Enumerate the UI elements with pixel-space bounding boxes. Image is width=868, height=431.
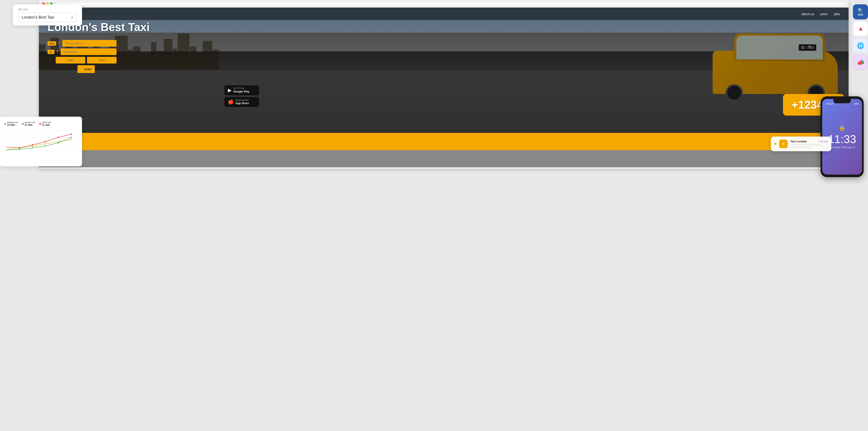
bottom-gray <box>39 150 848 167</box>
notif-app-letter: t <box>783 142 784 146</box>
date-button[interactable]: Date <box>56 57 85 63</box>
nav-link-price[interactable]: price <box>820 12 828 16</box>
notif-app-icon: t <box>779 140 788 148</box>
svg-point-11 <box>45 145 46 147</box>
search-ad-legend: search ad 31 905 <box>22 121 35 126</box>
page-wrapper: 🔍 SEM 🔺 🌐 📣 title (h1) London's Best Tax… <box>0 0 868 173</box>
nav-link-about[interactable]: about us <box>802 12 814 16</box>
svg-point-16 <box>45 141 46 142</box>
notif-bar-1 <box>790 144 820 146</box>
svg-point-15 <box>32 144 33 146</box>
from-label: from <box>48 41 56 46</box>
pickup-location-icon: 📍 <box>57 42 61 45</box>
phone-notch <box>834 99 851 103</box>
phone-signal: ●●● <box>854 103 859 105</box>
google-play-text: GET IT ON Google Play <box>233 87 249 93</box>
cursor-arrow: ↗ <box>70 16 73 19</box>
search-ad-value: 31 905 <box>25 123 35 126</box>
svg-point-17 <box>58 137 59 138</box>
pickup-row: from 📍 <box>48 40 117 47</box>
line-chart <box>4 129 78 157</box>
google-play-icon: ▶ <box>228 87 231 93</box>
order-row: order <box>56 65 117 73</box>
video-ad-dot <box>39 123 41 125</box>
search-ad-label: search ad <box>25 121 35 123</box>
sem-icon-btn[interactable]: 🔍 SEM <box>853 4 868 20</box>
globe-icon-btn[interactable]: 🌐 <box>853 38 868 53</box>
svg-point-13 <box>70 137 72 138</box>
video-ad-label: video ad <box>42 121 51 123</box>
notif-time-ago: 2 min ago <box>818 140 828 143</box>
chart-legend: display ad 19 900 search ad 31 905 video… <box>4 121 78 126</box>
tooltip-title-value: London's Best Taxi <box>22 15 54 20</box>
app-store-store-text: App Store <box>236 102 249 105</box>
display-ad-legend: display ad 19 900 <box>4 121 18 126</box>
google-play-get-text: GET IT ON <box>233 87 249 90</box>
notif-app-dot <box>774 143 776 145</box>
phone-lock-icon: 🔓 <box>839 125 845 131</box>
to-label: to <box>48 50 54 54</box>
google-play-store-text: Google Play <box>233 90 249 93</box>
display-ad-label: display ad <box>7 121 18 123</box>
app-store-button[interactable]: 🍎 Download the App Store <box>224 97 259 107</box>
tooltip-title-box: London's Best Taxi ↗ <box>18 13 77 22</box>
yellow-strip <box>39 133 848 150</box>
date-time-row: Date Time <box>56 57 117 63</box>
notif-bar-2 <box>790 146 813 148</box>
taxi-hero: G ∩∇∪ tüskel.taxi about us price jobs Lo… <box>39 7 848 133</box>
display-ad-value: 19 900 <box>7 123 18 126</box>
video-ad-value: 41 905 <box>42 123 51 126</box>
megaphone-icon-btn[interactable]: 📣 <box>853 55 868 70</box>
phone-carrier: Verizon <box>826 103 834 105</box>
booking-form: from 📍 to 📍 Date Time order <box>48 40 117 73</box>
tooltip-label: title (h1) <box>18 8 77 11</box>
svg-point-18 <box>70 134 72 135</box>
app-download-buttons: ▶ GET IT ON Google Play 🍎 Download the A… <box>224 85 259 107</box>
hero-content: London's Best Taxi from 📍 to 📍 Date <box>48 21 150 73</box>
destination-location-icon: 📍 <box>56 50 59 54</box>
analytics-chart-card: display ad 19 900 search ad 31 905 video… <box>0 117 82 166</box>
destination-row: to 📍 <box>48 48 117 55</box>
svg-point-12 <box>58 142 59 143</box>
svg-point-8 <box>70 139 72 140</box>
order-button[interactable]: order <box>78 65 95 73</box>
taxi-nav: tüskel.taxi about us price jobs <box>39 7 848 20</box>
pickup-input[interactable] <box>62 40 117 47</box>
video-ad-legend: video ad 41 905 <box>39 121 51 126</box>
nav-links: about us price jobs <box>802 12 840 16</box>
phone-time: 11:33 <box>828 133 856 146</box>
search-ad-dot <box>22 123 24 125</box>
notif-app-name: Taxi London <box>790 140 807 143</box>
phone-date: Tuesday, February 8 <box>829 146 855 149</box>
title-tooltip: title (h1) London's Best Taxi ↗ <box>13 4 82 26</box>
notif-content: Taxi London 2 min ago <box>790 140 828 148</box>
google-play-button[interactable]: ▶ GET IT ON Google Play <box>224 85 259 95</box>
time-button[interactable]: Time <box>87 57 117 63</box>
svg-point-14 <box>19 147 20 148</box>
hero-overlay <box>39 7 848 133</box>
destination-input[interactable] <box>61 48 117 55</box>
notification-card: t Taxi London 2 min ago <box>771 137 831 151</box>
browser-window: G ∩∇∪ tüskel.taxi about us price jobs Lo… <box>39 0 848 169</box>
nav-link-jobs[interactable]: jobs <box>834 12 840 16</box>
google-ads-icon-btn[interactable]: 🔺 <box>853 21 868 36</box>
browser-bar <box>39 0 848 7</box>
browser-url-bar[interactable] <box>55 2 845 5</box>
svg-point-10 <box>32 147 33 148</box>
sidebar-icons: 🔍 SEM 🔺 🌐 📣 <box>853 4 868 70</box>
app-store-get-text: Download the <box>236 99 249 102</box>
svg-point-6 <box>45 143 46 145</box>
apple-icon: 🍎 <box>228 99 234 105</box>
svg-point-9 <box>19 149 20 150</box>
display-ad-dot <box>4 123 6 125</box>
app-store-text: Download the App Store <box>236 99 249 105</box>
